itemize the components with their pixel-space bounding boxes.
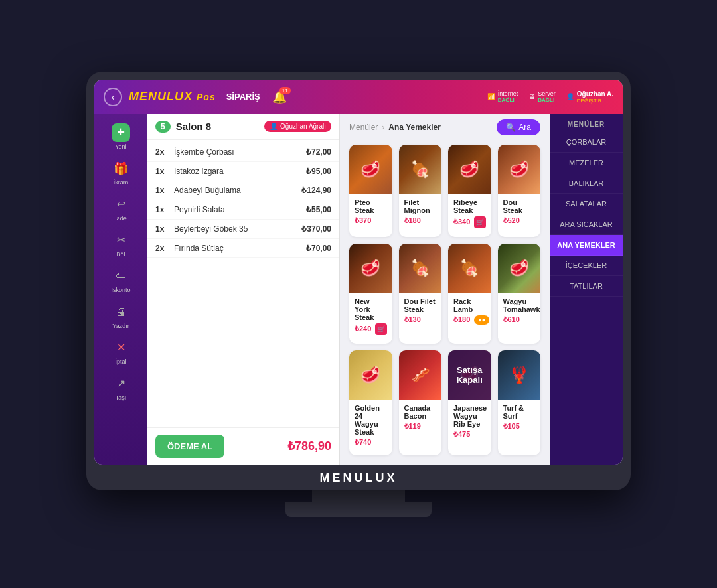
turf-price-row: ₺105 — [503, 422, 536, 431]
doufilet-price: ₺130 — [404, 315, 421, 324]
menu-card-japanese[interactable]: 🥩 Satışa Kapalı Japanese Wagyu Rib Eye ₺… — [448, 350, 491, 455]
ikram-icon: 🎁 — [112, 159, 130, 178]
menu-area: Menüler › Ana Yemekler 🔍 Ara — [340, 114, 550, 465]
sidebar-item-tasi[interactable]: ↗ Taşı — [98, 370, 143, 405]
rack-price: ₺180 — [453, 315, 470, 324]
canada-price: ₺119 — [404, 422, 421, 431]
order-item-2[interactable]: 1x Istakoz Izgara ₺95,00 — [147, 162, 339, 181]
sidebar-item-baliklar[interactable]: BALIKLAR — [550, 173, 623, 194]
canada-img: 🥓 — [399, 350, 442, 400]
doufilet-price-row: ₺130 — [404, 315, 437, 324]
name-2: Istakoz Izgara — [174, 167, 306, 176]
yazdir-label: Yazdır — [112, 323, 129, 329]
wagyu-body: Wagyu Tomahawk ₺610 — [498, 293, 541, 329]
iskonto-icon: 🏷 — [112, 267, 130, 285]
sidebar-item-tatlilar[interactable]: TATLILAR — [550, 276, 623, 297]
sidebar-item-ana-yemekler[interactable]: ANA YEMEKLER — [550, 235, 623, 256]
user-icon: 👤 — [566, 93, 574, 100]
pay-button[interactable]: ÖDEME AL — [155, 435, 224, 458]
logo: MENULUX Pos — [129, 90, 216, 104]
order-item-6[interactable]: 2x Fırında Sütlaç ₺70,00 — [147, 239, 339, 258]
newyork-body: New York Steak ₺240 🛒 — [349, 293, 392, 340]
user-info[interactable]: 👤 Oğuzhan A. DEĞİŞTİR — [566, 90, 613, 104]
monitor-stand-top — [312, 490, 405, 502]
menu-card-newyork[interactable]: 🥩 New York Steak ₺240 🛒 — [349, 244, 392, 344]
search-button[interactable]: 🔍 Ara — [497, 119, 540, 135]
bell-button[interactable]: 🔔 11 — [272, 90, 287, 104]
search-label: Ara — [518, 123, 531, 132]
rack-toggle[interactable]: ●● — [474, 315, 489, 325]
turf-name: Turf & Surf — [503, 404, 536, 420]
monitor-stand-base — [285, 502, 432, 517]
sold-out-overlay: Satışa Kapalı — [448, 350, 491, 400]
turf-img: 🦞 — [498, 350, 541, 400]
newyork-img: 🥩 — [349, 244, 392, 293]
pteo-price-row: ₺370 — [355, 216, 387, 225]
sidebar-item-ikram[interactable]: 🎁 İkram — [98, 155, 143, 190]
name-5: Beylerbeyi Göbek 35 — [174, 224, 301, 234]
ribeye-body: Ribeye Steak ₺340 🛒 — [448, 194, 491, 234]
sidebar-item-icecekler[interactable]: İÇECEKLER — [550, 256, 623, 276]
sidebar-item-salatalar[interactable]: SALATALAR — [550, 194, 623, 214]
rack-img: 🍖 — [448, 244, 491, 293]
order-item-3[interactable]: 1x Adabeyi Buğulama ₺124,90 — [147, 181, 339, 200]
sidebar-item-iade[interactable]: ↩ İade — [98, 191, 143, 226]
sidebar-item-corbalar[interactable]: ÇORBALAR — [550, 132, 623, 153]
dou-price-row: ₺520 — [503, 216, 536, 225]
filet-body: Filet Mignon ₺180 — [399, 194, 442, 230]
top-bar: ‹ MENULUX Pos SİPARİŞ 🔔 11 📶 İnternet — [94, 80, 623, 114]
yeni-label: Yeni — [115, 143, 126, 150]
japanese-price: ₺475 — [453, 430, 470, 439]
wagyu-price: ₺610 — [503, 315, 520, 324]
menu-card-golden[interactable]: 🥩 Golden 24 Wagyu Steak ₺740 — [349, 350, 392, 455]
sidebar-item-iptal[interactable]: ✕ İptal — [98, 334, 143, 369]
menu-card-ribeye[interactable]: 🥩 Ribeye Steak ₺340 🛒 — [448, 145, 491, 237]
menu-card-pteo[interactable]: 🥩 Pteo Steak ₺370 — [349, 145, 392, 237]
breadcrumb-parent[interactable]: Menüler — [349, 123, 378, 132]
order-panel: 5 Salon 8 👤 Oğuzhan Ağralı 2x İşkembe Ço… — [147, 114, 340, 465]
right-sidebar: MENÜLER ÇORBALAR MEZELER BALIKLAR SALATA… — [550, 114, 623, 465]
iptal-label: İptal — [115, 358, 126, 365]
golden-name: Golden 24 Wagyu Steak — [355, 404, 387, 436]
menu-card-canada[interactable]: 🥓 Canada Bacon ₺119 — [399, 350, 442, 455]
wagyu-name: Wagyu Tomahawk — [503, 297, 536, 313]
sidebar-item-bol[interactable]: ✂ Böl — [98, 227, 143, 261]
rack-body: Rack Lamb ₺180 ●● — [448, 293, 491, 330]
price-4: ₺55,00 — [306, 205, 331, 214]
siparis-label: SİPARİŞ — [226, 92, 260, 102]
main-content: + Yeni 🎁 İkram ↩ İade ✂ Böl — [94, 114, 623, 465]
newyork-price: ₺240 — [355, 325, 371, 333]
order-item-1[interactable]: 2x İşkembe Çorbası ₺72,00 — [147, 143, 339, 162]
newyork-cart-icon[interactable]: 🛒 — [375, 323, 386, 335]
breadcrumb-separator: › — [382, 123, 384, 132]
rack-name: Rack Lamb — [453, 297, 486, 313]
qty-3: 1x — [155, 186, 174, 195]
logo-italic: Pos — [197, 92, 216, 102]
tasi-icon: ↗ — [112, 374, 130, 393]
turf-body: Turf & Surf ₺105 — [498, 400, 541, 436]
menu-card-dou[interactable]: 🥩 Dou Steak ₺520 — [498, 145, 541, 237]
sidebar-item-yeni[interactable]: + Yeni — [98, 119, 143, 154]
sidebar-item-iskonto[interactable]: 🏷 İskonto — [98, 263, 143, 297]
user-action[interactable]: DEĞİŞTİR — [577, 98, 613, 104]
bell-badge: 11 — [279, 87, 291, 94]
menu-card-wagyu[interactable]: 🥩 Wagyu Tomahawk ₺610 — [498, 244, 541, 344]
menu-card-doufilet[interactable]: 🍖 Dou Filet Steak ₺130 — [399, 244, 442, 344]
monitor-wrapper: ‹ MENULUX Pos SİPARİŞ 🔔 11 📶 İnternet — [86, 72, 631, 517]
sidebar-item-yazdir[interactable]: 🖨 Yazdır — [98, 299, 143, 333]
pteo-body: Pteo Steak ₺370 — [349, 194, 392, 230]
name-1: İşkembe Çorbası — [174, 147, 306, 157]
qty-5: 1x — [155, 224, 174, 234]
menu-card-rack[interactable]: 🍖 Rack Lamb ₺180 ●● — [448, 244, 491, 344]
sidebar-item-ara-sicaklar[interactable]: ARA SICAKLAR — [550, 214, 623, 235]
total-amount: ₺786,90 — [287, 439, 331, 453]
order-item-4[interactable]: 1x Peynirli Salata ₺55,00 — [147, 200, 339, 220]
menu-card-filet[interactable]: 🍖 Filet Mignon ₺180 — [399, 145, 442, 237]
order-item-5[interactable]: 1x Beylerbeyi Göbek 35 ₺370,00 — [147, 220, 339, 239]
menu-card-turf[interactable]: 🦞 Turf & Surf ₺105 — [498, 350, 541, 455]
back-button[interactable]: ‹ — [104, 88, 122, 106]
rack-price-row: ₺180 ●● — [453, 315, 486, 325]
sidebar-item-mezeler[interactable]: MEZELER — [550, 153, 623, 173]
price-6: ₺70,00 — [306, 244, 331, 253]
ribeye-cart-icon[interactable]: 🛒 — [474, 216, 485, 228]
